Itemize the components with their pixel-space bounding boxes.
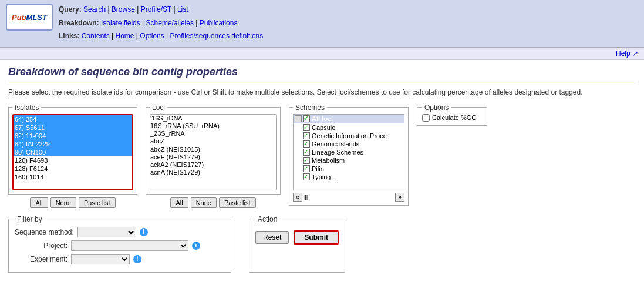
- checkbox-genetic-info[interactable]: [303, 132, 310, 139]
- action-legend: Action: [255, 215, 279, 223]
- scheme-item-all-loci[interactable]: - All loci: [294, 115, 404, 123]
- help-link[interactable]: Help ↗: [616, 49, 638, 58]
- main-content: Breakdown of sequence bin contig propert…: [0, 60, 644, 279]
- expand-icon-all-loci[interactable]: -: [295, 115, 302, 122]
- scheme-item-typing[interactable]: Typing...: [294, 173, 404, 181]
- sequence-method-select[interactable]: [77, 227, 136, 237]
- options-legend: Options: [422, 103, 451, 112]
- checkbox-capsule[interactable]: [303, 124, 310, 131]
- schemes-nav: « ||| »: [293, 193, 404, 202]
- filter-fieldset: Filter by Sequence method: i Project: i …: [8, 215, 231, 273]
- scheme-item-genomic-islands[interactable]: Genomic islands: [294, 140, 404, 148]
- logo-pub: Pub: [12, 13, 26, 22]
- scheme-item-lineage[interactable]: Lineage Schemes: [294, 148, 404, 156]
- project-label: Project:: [15, 242, 68, 250]
- project-info-icon[interactable]: i: [192, 242, 200, 250]
- action-buttons: Reset Submit: [255, 230, 339, 245]
- sequence-method-info-icon[interactable]: i: [140, 228, 148, 236]
- isolate-option-128[interactable]: 128) F6124: [14, 165, 132, 173]
- scheme-item-genetic-info[interactable]: Genetic Information Proce: [294, 132, 404, 140]
- links-home-link[interactable]: Home: [116, 32, 134, 40]
- locus-option-16s-rdna[interactable]: '16S_rDNA: [150, 115, 276, 122]
- query-row: Query: Search | Browse | Profile/ST | Li…: [59, 4, 263, 16]
- options-panel: Options Calculate %GC: [417, 103, 487, 126]
- locus-option-abcz-neis1015[interactable]: abcZ (NEIS1015): [150, 146, 276, 153]
- schemes-nav-left[interactable]: «: [293, 193, 302, 202]
- filter-sequence-method-row: Sequence method: i: [15, 227, 225, 237]
- loci-listbox[interactable]: '16S_rDNA 16S_rRNA (SSU_rRNA) _23S_rRNA …: [150, 114, 277, 190]
- schemes-tree[interactable]: - All loci Capsule Genetic Information P…: [293, 114, 404, 190]
- breakdown-isolate-link[interactable]: Isolate fields: [101, 19, 140, 27]
- breakdown-scheme-link[interactable]: Scheme/alleles: [146, 19, 194, 27]
- scheme-label-genomic-islands: Genomic islands: [312, 140, 359, 148]
- project-select[interactable]: [71, 240, 188, 251]
- checkbox-typing[interactable]: [303, 173, 310, 180]
- experiment-select[interactable]: [71, 254, 130, 264]
- isolate-option-90[interactable]: 90) CN100: [14, 148, 132, 156]
- isolates-paste-button[interactable]: Paste list: [79, 197, 116, 208]
- nav-links: Query: Search | Browse | Profile/ST | Li…: [59, 4, 263, 43]
- loci-none-button[interactable]: None: [191, 197, 217, 208]
- schemes-scroll-indicator: |||: [304, 194, 395, 200]
- checkbox-genomic-islands[interactable]: [303, 140, 310, 148]
- query-profilest-link[interactable]: Profile/ST: [141, 5, 171, 14]
- scheme-label-lineage: Lineage Schemes: [312, 149, 363, 156]
- scheme-label-capsule: Capsule: [312, 124, 335, 131]
- experiment-info-icon[interactable]: i: [133, 255, 141, 263]
- breakdown-label: Breakdown:: [59, 19, 99, 27]
- submit-button[interactable]: Submit: [294, 230, 339, 245]
- query-search-link[interactable]: Search: [83, 5, 106, 14]
- reset-button[interactable]: Reset: [255, 231, 289, 244]
- isolates-none-button[interactable]: None: [50, 197, 76, 208]
- isolate-option-64[interactable]: 64) 254: [14, 115, 132, 123]
- breakdown-row: Breakdown: Isolate fields | Scheme/allel…: [59, 17, 263, 30]
- scheme-item-capsule[interactable]: Capsule: [294, 123, 404, 132]
- isolate-option-82[interactable]: 82) 11-004: [14, 132, 132, 140]
- checkbox-metabolism[interactable]: [303, 157, 310, 164]
- isolate-option-84[interactable]: 84) IAL2229: [14, 140, 132, 148]
- checkbox-all-loci[interactable]: [303, 115, 310, 122]
- locus-option-abcz[interactable]: abcZ: [150, 138, 276, 145]
- schemes-nav-right[interactable]: »: [395, 193, 404, 202]
- locus-option-acef-neis1279[interactable]: aceF (NEIS1279): [150, 153, 276, 161]
- help-bar: Help ↗: [0, 48, 644, 60]
- logo: PubMLST: [6, 4, 53, 31]
- query-list-link[interactable]: List: [177, 5, 188, 14]
- breakdown-publications-link[interactable]: Publications: [200, 19, 238, 27]
- filter-legend: Filter by: [15, 215, 45, 223]
- query-browse-link[interactable]: Browse: [112, 5, 135, 14]
- locus-option-16s-rrna[interactable]: 16S_rRNA (SSU_rRNA): [150, 122, 276, 130]
- scheme-label-genetic-info: Genetic Information Proce: [312, 132, 387, 139]
- loci-buttons: All None Paste list: [146, 197, 281, 208]
- schemes-panel: Schemes - All loci Capsule: [289, 103, 409, 206]
- links-options-link[interactable]: Options: [140, 32, 164, 40]
- locus-option-acka2-neis1727[interactable]: ackA2 (NEIS1727): [150, 161, 276, 169]
- isolate-option-120[interactable]: 120) F4698: [14, 156, 132, 165]
- sequence-method-label: Sequence method:: [15, 228, 74, 236]
- loci-all-button[interactable]: All: [170, 197, 188, 208]
- checkbox-pilin[interactable]: [303, 165, 310, 172]
- scheme-item-pilin[interactable]: Pilin: [294, 165, 404, 173]
- calculate-gc-label[interactable]: Calculate %GC: [432, 114, 476, 121]
- isolates-all-button[interactable]: All: [30, 197, 48, 208]
- checkbox-lineage[interactable]: [303, 149, 310, 156]
- filter-project-row: Project: i: [15, 240, 225, 251]
- locus-option-23s-rrna[interactable]: _23S_rRNA: [150, 130, 276, 138]
- scheme-label-metabolism: Metabolism: [312, 157, 345, 164]
- filter-experiment-row: Experiment: i: [15, 254, 225, 264]
- scheme-label-typing: Typing...: [312, 173, 336, 180]
- description: Please select the required isolate ids f…: [8, 88, 636, 96]
- links-label: Links:: [59, 32, 79, 40]
- isolates-listbox[interactable]: 64) 254 67) S5611 82) 11-004 84) IAL2229…: [12, 114, 133, 190]
- locus-option-acna-neis1729[interactable]: acnA (NEIS1729): [150, 169, 276, 176]
- isolate-option-67[interactable]: 67) S5611: [14, 123, 132, 132]
- links-contents-link[interactable]: Contents: [82, 32, 110, 40]
- logo-text: PubMLST: [12, 13, 47, 22]
- schemes-fieldset: Schemes - All loci Capsule: [289, 103, 409, 206]
- loci-paste-button[interactable]: Paste list: [219, 197, 256, 208]
- links-profiles-link[interactable]: Profiles/sequences definitions: [170, 32, 263, 40]
- calculate-gc-checkbox[interactable]: [422, 114, 430, 122]
- scheme-item-metabolism[interactable]: Metabolism: [294, 156, 404, 165]
- calculate-gc-option: Calculate %GC: [422, 114, 482, 122]
- isolate-option-160[interactable]: 160) 1014: [14, 173, 132, 181]
